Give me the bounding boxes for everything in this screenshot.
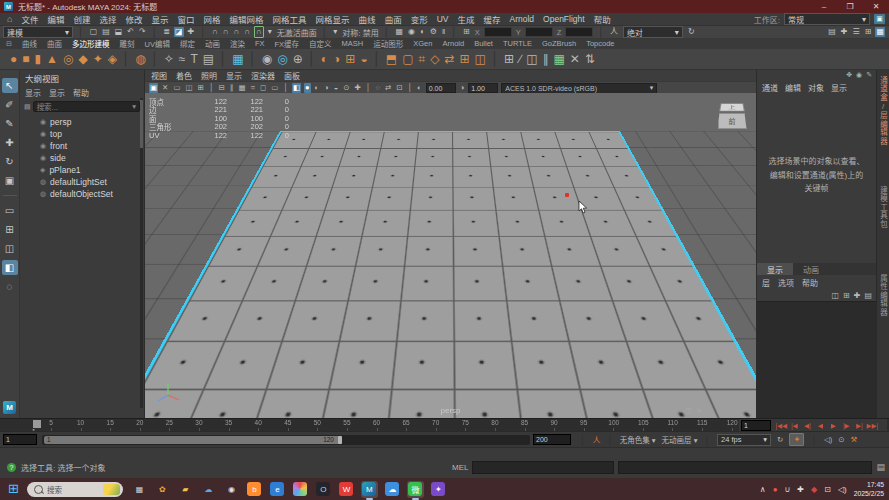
poly-torus-icon[interactable]: ◎ [63, 50, 73, 68]
grease-pencil-icon[interactable]: ⊡ [395, 83, 403, 93]
quad-draw-icon[interactable]: ✧ [164, 50, 174, 68]
boolean-cube-icon[interactable]: ⬒ [386, 50, 397, 68]
camera-rig-icon[interactable]: ⊕ [293, 50, 303, 68]
snap-arrow-icon[interactable]: ▾ [267, 27, 273, 37]
svg-tool-icon[interactable]: ▤ [203, 50, 214, 68]
safe-action-icon[interactable]: ◻ [259, 83, 267, 93]
outliner-item[interactable]: ◉ front [20, 140, 144, 152]
new-empty-layer-icon[interactable]: ⊞ [843, 291, 850, 300]
step-forward-key-button[interactable]: |▶ [840, 420, 853, 431]
colorspace-dropdown[interactable]: ACES 1.0 SDR-video (sRGB) ▾ [501, 83, 657, 94]
outliner-item[interactable]: ◉ side [20, 152, 144, 164]
poly-platonic-icon[interactable]: ◈ [108, 50, 117, 68]
lasso-tool[interactable]: ✐ [2, 97, 18, 112]
taskbar-app[interactable]: ✦ [430, 481, 447, 498]
tray-volume-icon[interactable]: ◁) [838, 485, 847, 494]
z-input[interactable] [565, 27, 593, 37]
shelf-tab[interactable]: MASH [342, 39, 364, 48]
undo-icon[interactable]: ↶ [126, 27, 135, 37]
outliner-item[interactable]: ◍ defaultLightSet [20, 176, 144, 188]
uv-sets-icon[interactable]: ◒ [360, 50, 367, 68]
viewport-menu-item[interactable]: 面板 [284, 70, 300, 81]
separator[interactable]: │ [219, 50, 227, 68]
textured-icon[interactable]: ◐ [314, 83, 321, 93]
shelf-tab[interactable]: Bullet [474, 39, 493, 48]
field-chart-icon[interactable]: ⌗ [250, 83, 256, 93]
channel-box-menu-item[interactable]: 通道 [762, 82, 778, 93]
poly-cube-icon[interactable]: ■ [22, 50, 29, 68]
tray-move-icon[interactable]: ✚ [797, 485, 804, 494]
loop-playback-icon[interactable]: ↻ [777, 435, 783, 444]
layer-editor-menu-item[interactable]: 帮助 [802, 277, 818, 288]
poly-plane-icon[interactable]: ◆ [78, 50, 87, 68]
quad-draw-active-icon[interactable]: ▦ [553, 50, 564, 68]
shelf-tab[interactable]: 运动图形 [373, 38, 403, 49]
viewport-scene[interactable]: 顶点 122 122 0 边 221 221 0 面 100 [145, 93, 756, 418]
channel-edit-icon[interactable]: ✎ [866, 71, 872, 80]
lights-icon[interactable]: ◑ [323, 83, 330, 93]
exposure-icon[interactable]: ◐ [416, 83, 423, 93]
animation-end-field[interactable]: 200 [533, 434, 571, 445]
layer-editor-tab[interactable]: 显示 [757, 263, 793, 275]
viewport-grid-toggle-icon[interactable]: ◫ [685, 407, 692, 415]
color-sets-icon[interactable]: ⊞ [345, 50, 355, 68]
view-cube-front-face[interactable]: 前 [718, 113, 747, 129]
camera-aim-icon[interactable]: ◎ [277, 50, 287, 68]
shadows-icon[interactable]: ◒ [333, 83, 340, 93]
character-set-dropdown[interactable]: 无角色集 ▾ [620, 434, 656, 445]
gamma-field[interactable]: 1.00 [468, 83, 498, 93]
menu-item[interactable]: 编辑 [47, 13, 64, 25]
outliner-item[interactable]: ◉ persp [20, 116, 144, 128]
view-cube[interactable]: 上 前 [715, 100, 749, 129]
tray-record-icon[interactable]: ● [773, 485, 778, 494]
shelf-tab[interactable]: 绑定 [180, 38, 195, 49]
bookmark-icon[interactable]: ◫ [184, 83, 193, 93]
step-forward-frame-button[interactable]: ▶| [853, 420, 866, 431]
paint-select-tool[interactable]: ✎ [2, 116, 18, 131]
taskbar-app[interactable]: W [338, 481, 355, 498]
camera-select-icon[interactable]: ▣ [149, 83, 158, 93]
taskbar-app[interactable] [292, 481, 309, 498]
workspace-dropdown[interactable]: 常规▾ [784, 13, 870, 25]
taskbar-app[interactable]: ▰ [177, 481, 194, 498]
channel-manip-icon[interactable]: ✥ [846, 71, 852, 80]
sculpt-tool-icon[interactable]: ◍ [135, 50, 145, 68]
menu-item[interactable]: 编辑网格 [230, 13, 264, 25]
viewport-menu-item[interactable]: 渲染器 [251, 70, 275, 81]
go-to-start-button[interactable]: |◀◀ [775, 420, 788, 431]
taskbar-search[interactable]: 搜索 [27, 482, 123, 497]
x-input[interactable] [484, 27, 512, 37]
attribute-editor-toggle-icon[interactable]: ▤ [827, 27, 837, 37]
home-icon[interactable]: ⌂ [7, 14, 12, 24]
render-settings-icon[interactable]: ⚙ [429, 27, 438, 37]
two-pane-layout-button[interactable]: ◫ [2, 241, 18, 256]
redo-icon[interactable]: ↷ [138, 27, 147, 37]
snap-to-projected-center-icon[interactable]: ∩ [243, 27, 251, 37]
evaluation-icon[interactable]: ⊙ [838, 435, 844, 444]
select-component-icon[interactable]: ✚ [187, 27, 196, 37]
layer-editor-menu-item[interactable]: 层 [762, 277, 770, 288]
shelf-tab[interactable]: Topcode [586, 39, 614, 48]
motion-blur-icon[interactable]: ✚ [353, 83, 361, 93]
shelf-menu-icon[interactable]: ⊟ [6, 40, 12, 48]
animation-preferences-icon[interactable]: ⚒ [851, 435, 858, 444]
go-to-end-button[interactable]: ▶▶| [866, 420, 879, 431]
play-forward-button[interactable]: ▶ [827, 420, 840, 431]
separator[interactable]: │ [407, 83, 414, 93]
range-slider-track[interactable]: 1 120 [42, 435, 530, 445]
taskbar-app[interactable]: ☁ [200, 481, 217, 498]
outliner-menu-item[interactable]: 显示 [49, 87, 65, 98]
shelf-tab[interactable]: Arnold [442, 39, 464, 48]
render-current-frame-icon[interactable]: ◉ [407, 27, 416, 37]
menu-item[interactable]: 网格 [204, 13, 221, 25]
tab-modeling-toolkit[interactable]: 建模工具包 [878, 186, 889, 229]
insert-edge-loop-icon[interactable]: ◫ [526, 50, 537, 68]
layer-editor-tab[interactable]: 动画 [793, 263, 829, 275]
taskbar-app[interactable]: ✿ [154, 481, 171, 498]
shaded-icon[interactable]: ● [304, 83, 311, 93]
channel-box-menu-item[interactable]: 对象 [808, 82, 824, 93]
taskbar-app[interactable]: ☁ [384, 481, 401, 498]
snap-to-view-plane-icon[interactable]: ∩ [254, 26, 264, 38]
mel-input[interactable] [472, 461, 614, 474]
safe-title-icon[interactable]: ▭ [270, 83, 279, 93]
